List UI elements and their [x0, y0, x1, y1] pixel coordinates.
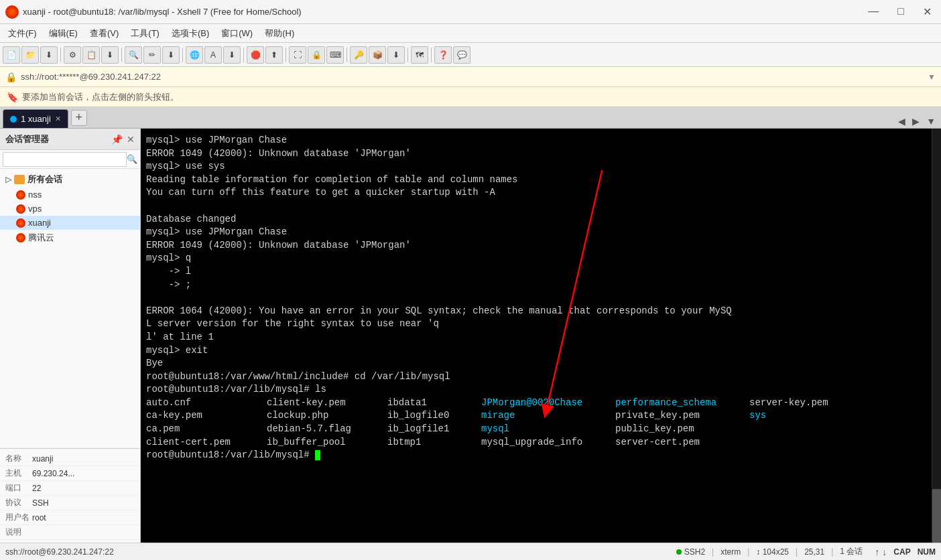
- terminal-line-16: l' at line 1: [146, 331, 926, 344]
- toolbar-stop[interactable]: 🛑: [247, 46, 264, 64]
- minimize-button[interactable]: —: [864, 4, 883, 19]
- terminal-prompt: root@ubuntu18:/var/lib/mysql#: [146, 449, 926, 462]
- sidebar-search-input[interactable]: [3, 152, 127, 167]
- tab-nav: ◀ ▶ ▼: [895, 115, 941, 128]
- menu-file[interactable]: 文件(F): [3, 25, 42, 42]
- sidebar-search-icon[interactable]: 🔍: [127, 154, 137, 164]
- tree-folder-icon: [14, 175, 25, 184]
- file-col2: client-key.pem clockup.php debian-5.7.fl…: [267, 397, 387, 449]
- status-term-label: xterm: [720, 547, 741, 557]
- toolbar-keyboard[interactable]: ⌨: [326, 46, 344, 64]
- menu-tab[interactable]: 选项卡(B): [166, 25, 214, 42]
- sidebar-item-nss[interactable]: nss: [0, 188, 140, 202]
- terminal-line-20: root@ubuntu18:/var/lib/mysql# ls: [146, 383, 926, 397]
- prop-row-username: 用户名 root: [0, 510, 140, 525]
- scrollbar-thumb[interactable]: [932, 489, 941, 543]
- sidebar-item-vps[interactable]: vps: [0, 202, 140, 216]
- prop-val-host: 69.230.24...: [32, 469, 135, 478]
- prop-val-protocol: SSH: [32, 498, 135, 508]
- maximize-button[interactable]: □: [893, 4, 908, 19]
- sidebar-close-icon[interactable]: ✕: [127, 134, 135, 145]
- terminal-line-4: Reading table information for completion…: [146, 173, 926, 187]
- status-down-arrow[interactable]: ↓: [882, 547, 887, 557]
- tab-dropdown-button[interactable]: ▼: [924, 115, 938, 128]
- toolbar-copy[interactable]: 📋: [82, 46, 100, 64]
- sidebar-search-bar: 🔍: [0, 150, 140, 169]
- prop-row-port: 端口 22: [0, 481, 140, 496]
- toolbar-help[interactable]: ❓: [434, 46, 452, 64]
- toolbar-sep6: [347, 48, 347, 62]
- menu-edit[interactable]: 编辑(E): [44, 25, 83, 42]
- status-bar: ssh://root@69.230.241.247:22 SSH2 | xter…: [0, 543, 941, 560]
- file-public-key: public_key.pem: [615, 423, 749, 436]
- toolbar-open2[interactable]: ⬇: [40, 46, 58, 64]
- sidebar-item-xuanji[interactable]: xuanji: [0, 216, 140, 230]
- status-num-label: NUM: [918, 547, 936, 557]
- prop-key-name: 名称: [5, 453, 32, 464]
- toolbar-paste[interactable]: ⬇: [101, 46, 119, 64]
- tree-server-icon-xuanji: [16, 218, 25, 228]
- status-ssh-addr: ssh://root@69.230.241.247:22: [5, 547, 114, 557]
- tab-next-button[interactable]: ▶: [909, 115, 922, 128]
- toolbar-lock[interactable]: 🔒: [308, 46, 325, 64]
- toolbar-search[interactable]: 🔍: [125, 46, 142, 64]
- toolbar-sep8: [431, 48, 432, 62]
- toolbar-fullscreen[interactable]: ⛶: [289, 46, 306, 64]
- toolbar-settings[interactable]: ⚙: [64, 46, 81, 64]
- terminal-line-5: You can turn off this feature to get a q…: [146, 186, 926, 200]
- prop-row-host: 主机 69.230.24...: [0, 466, 140, 481]
- toolbar-msg[interactable]: 💬: [453, 46, 470, 64]
- terminal[interactable]: mysql> use JPMorgan Chase ERROR 1049 (42…: [141, 129, 932, 543]
- file-debian: debian-5.7.flag: [267, 423, 387, 436]
- address-text: ssh://root:******@69.230.241.247:22: [21, 72, 161, 82]
- status-up-arrow[interactable]: ↑: [875, 547, 879, 557]
- tab-1-xuanji[interactable]: 1 xuanji ✕: [3, 109, 68, 128]
- tab-prev-button[interactable]: ◀: [895, 115, 908, 128]
- tree-label-tencentcloud: 腾讯云: [28, 232, 54, 244]
- toolbar-compose2[interactable]: ⬇: [162, 46, 180, 64]
- toolbar-sep7: [407, 48, 408, 62]
- terminal-line-17: mysql> exit: [146, 344, 926, 358]
- sidebar-header-icons: 📌 ✕: [111, 134, 135, 145]
- toolbar-open[interactable]: 📁: [21, 46, 39, 64]
- status-ssh-label: SSH2: [676, 547, 705, 557]
- address-bar: 🔒 ssh://root:******@69.230.241.247:22 ▼: [0, 67, 941, 87]
- menu-help[interactable]: 帮助(H): [259, 25, 300, 42]
- menu-view[interactable]: 查看(V): [84, 25, 124, 42]
- tree-label-nss: nss: [28, 190, 42, 200]
- toolbar-compose[interactable]: ✏: [143, 46, 161, 64]
- sidebar-item-tencentcloud[interactable]: 腾讯云: [0, 230, 140, 246]
- terminal-scrollbar[interactable]: [932, 129, 941, 543]
- menu-bar: 文件(F) 编辑(E) 查看(V) 工具(T) 选项卡(B) 窗口(W) 帮助(…: [0, 24, 941, 43]
- toolbar-upload[interactable]: ⬆: [265, 46, 283, 64]
- tab-bar: 1 xuanji ✕ + ◀ ▶ ▼: [0, 107, 941, 129]
- tree-server-icon-vps: [16, 204, 25, 214]
- tab-add-button[interactable]: +: [71, 110, 87, 126]
- toolbar-sep1: [60, 48, 61, 62]
- prop-key-username: 用户名: [5, 512, 32, 523]
- menu-tools[interactable]: 工具(T): [125, 25, 165, 42]
- toolbar-font[interactable]: A: [204, 46, 222, 64]
- toolbar-globe[interactable]: 🌐: [186, 46, 203, 64]
- file-perf-schema: performance_schema: [615, 397, 749, 410]
- toolbar-transfer[interactable]: 📦: [369, 46, 386, 64]
- sidebar-tree-root[interactable]: ▷ 所有会话: [0, 171, 140, 188]
- menu-window[interactable]: 窗口(W): [216, 25, 258, 42]
- toolbar-sep3: [182, 48, 183, 62]
- tree-server-icon-tencentcloud: [16, 233, 25, 242]
- toolbar-key[interactable]: 🔑: [350, 46, 367, 64]
- sidebar-title: 会话管理器: [5, 133, 49, 145]
- file-empty1: [749, 423, 828, 436]
- file-mysql-upgrade: mysql_upgrade_info: [481, 436, 615, 449]
- terminal-line-1: mysql> use JPMorgan Chase: [146, 134, 926, 147]
- toolbar-font2[interactable]: ⬇: [223, 46, 241, 64]
- status-sep1: |: [712, 547, 714, 557]
- close-button[interactable]: ✕: [919, 4, 936, 19]
- tab-close-button[interactable]: ✕: [55, 115, 61, 123]
- toolbar: 📄 📁 ⬇ ⚙ 📋 ⬇ 🔍 ✏ ⬇ 🌐 A ⬇ 🛑 ⬆ ⛶ 🔒 ⌨ 🔑 📦 ⬇ …: [0, 43, 941, 67]
- sidebar-pin-icon[interactable]: 📌: [111, 134, 123, 145]
- toolbar-map[interactable]: 🗺: [411, 46, 428, 64]
- toolbar-new[interactable]: 📄: [3, 46, 20, 64]
- toolbar-transfer2[interactable]: ⬇: [387, 46, 405, 64]
- address-dropdown-icon[interactable]: ▼: [928, 72, 936, 82]
